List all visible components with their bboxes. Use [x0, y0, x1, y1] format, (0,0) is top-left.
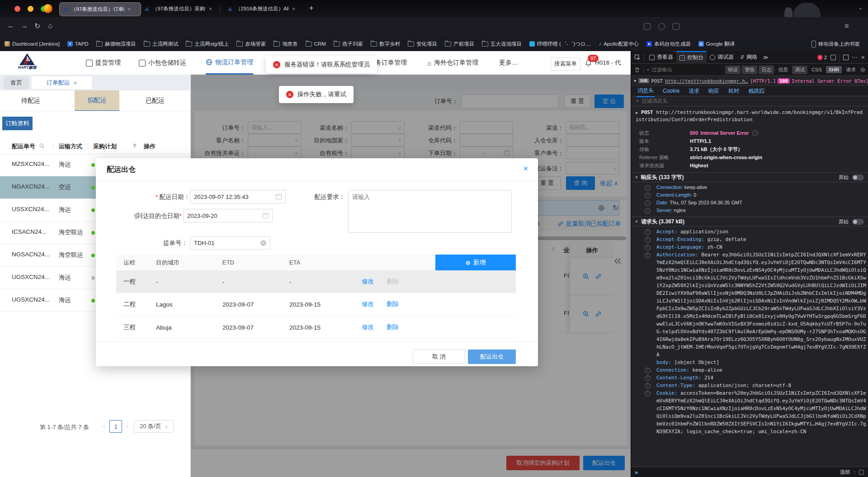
filter-chip-xhr[interactable]: XHR — [826, 66, 842, 73]
reload-icon[interactable]: ↻ — [34, 22, 40, 30]
expand-caret-icon[interactable]: ▼ — [634, 79, 636, 83]
delete-leg-link[interactable]: 删除 — [387, 293, 399, 316]
request-headers-section[interactable]: ▼ 请求头 (3.367 kB) 原始 — [631, 217, 868, 227]
close-tab-icon[interactable]: × — [209, 6, 212, 12]
requirement-textarea[interactable] — [348, 190, 512, 233]
bookmark-item[interactable]: GGoogle 翻译 — [698, 41, 735, 47]
bookmark-item[interactable]: 燕子到家 — [334, 41, 363, 47]
account-icon[interactable] — [658, 23, 665, 30]
section-caret-icon[interactable]: ▼ — [635, 175, 638, 179]
responsive-mode-icon[interactable] — [843, 55, 849, 60]
clear-console-icon[interactable] — [634, 67, 640, 73]
filter-chip-css[interactable]: CSS — [809, 66, 825, 73]
net-tab-stacktrace[interactable]: 栈跟踪 — [747, 85, 765, 97]
bookmark-item[interactable]: 五大连池项目 — [482, 41, 522, 47]
bookmark-item[interactable]: 土流网测试 — [144, 41, 179, 47]
filter-chip-info[interactable]: 信息 — [775, 66, 791, 74]
new-tab-button[interactable]: + — [309, 4, 313, 12]
modal-confirm-button[interactable]: 配运出仓 — [468, 349, 516, 364]
expand-caret-icon[interactable]: ▶ — [636, 110, 638, 115]
console-prompt[interactable]: » — [635, 469, 638, 476]
filter-chip-logs[interactable]: 日志 — [759, 66, 774, 74]
bookmark-item[interactable]: K条码自动生成器 — [646, 41, 691, 47]
back-icon[interactable]: ← — [7, 22, 14, 30]
console-settings-gear-icon[interactable] — [860, 67, 866, 73]
user-label[interactable]: H016 - 代 — [595, 59, 631, 67]
booking-data-tag[interactable]: 订舱资料 — [2, 117, 33, 130]
bookmark-item[interactable]: 数字乡村 — [371, 41, 400, 47]
devtools-tab-network[interactable]: ⇵网络 — [737, 51, 760, 64]
browser-tab-1[interactable]: （97条推送信息）订单配运 - 赫德 × — [59, 2, 141, 16]
library-icon[interactable] — [673, 23, 679, 30]
add-leg-button[interactable]: ⊕新增 — [435, 255, 516, 270]
devtools-tab-debugger[interactable]: 调试器 — [707, 51, 737, 64]
bookmark-item[interactable]: 安化项目 — [408, 41, 437, 47]
net-tab-headers[interactable]: 消息头 — [637, 85, 655, 97]
page-size-select[interactable]: 20 条/页∨ — [134, 420, 174, 433]
subtab-pending[interactable]: 待配运 — [4, 90, 58, 111]
next-page-icon[interactable]: › — [127, 423, 128, 430]
home-icon[interactable]: ⌂ — [48, 22, 52, 30]
arrive-date-input[interactable]: 2023-09-20 — [183, 209, 273, 222]
raw-toggle[interactable] — [852, 219, 864, 225]
console-filter-input[interactable]: 过滤输出 — [651, 66, 672, 73]
net-tab-response[interactable]: 响应 — [708, 85, 720, 97]
filter-chip-warnings[interactable]: 警告 — [742, 66, 757, 74]
toolbar-extension-icon[interactable] — [644, 23, 651, 30]
nav-logistics-orders[interactable]: 物流订单管理 — [206, 51, 253, 75]
split-console-icon[interactable] — [830, 55, 836, 60]
edit-leg-link[interactable]: 修改 — [362, 270, 374, 293]
nav-overseas-warehouse-orders[interactable]: ⌂海外仓订单管理 — [427, 51, 478, 75]
close-tab-icon[interactable]: × — [292, 6, 295, 12]
headers-filter-input[interactable]: 过滤消息头 — [642, 98, 668, 104]
menu-hamburger-icon[interactable]: ≡ — [844, 22, 849, 30]
clear-input-icon[interactable]: × — [260, 240, 266, 246]
list-all-tabs-icon[interactable]: ⌄ — [858, 5, 863, 11]
nav-more[interactable]: 更多… — [499, 51, 518, 75]
close-tab-icon[interactable]: × — [74, 80, 77, 86]
net-tab-cookie[interactable]: Cookie — [662, 86, 680, 96]
bookmark-item[interactable]: TTAPD — [67, 41, 89, 47]
close-window-button[interactable] — [14, 6, 20, 12]
browser-tab-2[interactable]: （97条推送信息）采购计划列表 - × — [141, 2, 223, 15]
devtools-close-icon[interactable]: × — [861, 54, 865, 61]
request-summary-line[interactable]: ▶ POST http://testtrunkbookingmgr.hart-w… — [636, 109, 864, 123]
dots-icon[interactable]: ⁝ — [854, 469, 856, 475]
minimize-window-button[interactable] — [28, 6, 33, 12]
nav-pickup[interactable]: 提货管理 — [86, 51, 121, 75]
nav-parcel-warehouse[interactable]: 小包仓储转运 — [139, 51, 186, 75]
net-tab-request[interactable]: 请求 — [688, 85, 700, 97]
raw-toggle[interactable] — [852, 175, 864, 180]
forward-icon[interactable]: → — [21, 22, 28, 30]
mobile-bookmarks[interactable]: 移动设备上的书签 — [811, 41, 860, 47]
dispatch-date-input[interactable]: 2023-09-07 12:35:43 — [190, 190, 286, 203]
page-tab-order-dispatch[interactable]: 订单配运× — [32, 76, 92, 89]
error-count-badge[interactable]: ! 2 — [817, 55, 827, 60]
bookmark-item[interactable]: 土流网stg/线上 — [186, 41, 229, 47]
search-icon[interactable] — [39, 143, 45, 149]
modal-cancel-button[interactable]: 取 消 — [413, 349, 465, 364]
response-headers-section[interactable]: ▼ 响应头 (133 字节) 原始 — [631, 172, 868, 182]
bookmark-item[interactable]: CRM — [306, 41, 326, 47]
delete-leg-link[interactable]: 删除 — [387, 316, 399, 339]
modal-close-icon[interactable]: × — [523, 164, 528, 174]
page-number[interactable]: 1 — [109, 420, 122, 433]
jump-to-top-link[interactable]: 顶部 — [840, 469, 850, 476]
net-tab-timings[interactable]: 耗时 — [727, 85, 740, 97]
devtools-tab-inspector[interactable]: 查看器 — [646, 51, 676, 64]
devtools-menu-icon[interactable]: ⋯ — [852, 54, 858, 61]
filter-chip-requests[interactable]: 请求 — [843, 66, 859, 74]
console-xhr-message[interactable]: ▼ XHR POST http://testtrunkbookingmgr.h…… — [631, 76, 868, 86]
delete-leg-link-disabled[interactable]: 删除 — [387, 270, 399, 293]
search-menu-button[interactable]: 搜索菜单 — [551, 57, 580, 71]
bl-no-input[interactable]: TDH-01 × — [190, 236, 270, 250]
edit-leg-link[interactable]: 修改 — [362, 293, 374, 316]
bookmark-item[interactable]: 赫德物流项目 — [96, 41, 136, 47]
section-caret-icon[interactable]: ▼ — [635, 220, 638, 224]
request-url-link[interactable]: http://testtrunkbookingmgr.h… — [665, 78, 748, 84]
bookmark-item[interactable]: Dashboard [Jenkins] — [5, 41, 60, 47]
bookmark-item[interactable]: 农场管家 — [236, 41, 266, 47]
subtab-proposed[interactable]: 拟配运 — [75, 90, 119, 111]
filter-chip-errors[interactable]: 错误 — [725, 66, 741, 74]
bookmark-item[interactable]: 地查查 — [274, 41, 298, 47]
